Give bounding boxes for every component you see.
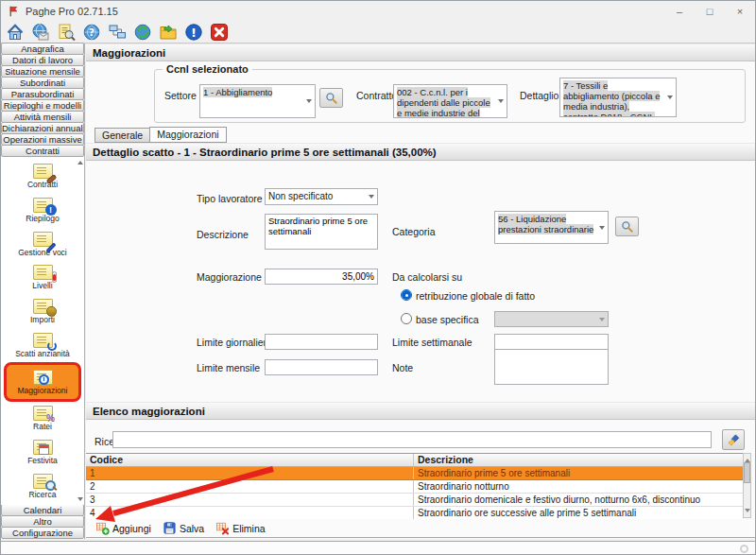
note-percent-icon bbox=[33, 406, 53, 421]
ricerca-input[interactable] bbox=[112, 431, 712, 448]
limite-giornaliero-input[interactable] bbox=[265, 334, 378, 350]
note-clock-icon-badge bbox=[39, 374, 49, 385]
folder-export-icon[interactable] bbox=[157, 22, 180, 43]
table-scrollbar[interactable] bbox=[743, 453, 751, 518]
note-thermo-icon bbox=[33, 265, 53, 280]
limite-settimanale-input[interactable] bbox=[494, 334, 609, 350]
dettaglio-value: 7 - Tessili e abbigliamento (piccola e m… bbox=[563, 80, 660, 117]
sidebar-item-label: Gestione voci bbox=[18, 248, 67, 257]
note-percent-icon-badge bbox=[45, 412, 57, 424]
maggiorazioni-table: Codice Descrizione 1Straordinario prime … bbox=[86, 453, 743, 518]
broom-icon bbox=[727, 433, 741, 447]
sidebar-item-importi[interactable]: Importi bbox=[4, 295, 81, 329]
sidebar-section-contratti[interactable]: Contratti bbox=[1, 145, 84, 157]
scrollbar-thumb[interactable] bbox=[744, 462, 750, 483]
tab-bar: GeneraleMaggiorazioni bbox=[94, 127, 226, 143]
elimina-button[interactable]: Elimina bbox=[214, 520, 266, 536]
note-hammer-icon bbox=[33, 164, 53, 179]
sidebar-section-dichiarazioni-annuali[interactable]: Dichiarazioni annuali bbox=[1, 122, 84, 134]
cell-descrizione: Straordinario ore successive alle prime … bbox=[414, 507, 743, 519]
sidebar-item-ratei[interactable]: Ratei bbox=[4, 402, 81, 436]
document-search-icon[interactable] bbox=[55, 22, 77, 43]
titlebar: Paghe Pro 02.71.15 – □ × bbox=[1, 1, 755, 21]
magnifier-icon bbox=[620, 219, 634, 234]
table-row[interactable]: 3Straordinario domenicale e festivo diur… bbox=[86, 494, 743, 507]
table-row[interactable]: 1Straordinario prime 5 ore settimanali bbox=[86, 467, 743, 480]
maggiorazione-input[interactable] bbox=[265, 269, 378, 285]
network-icon[interactable] bbox=[106, 22, 129, 43]
help-globe-icon[interactable] bbox=[80, 22, 103, 43]
categoria-combobox[interactable]: 56 - Liquidazione prestazioni straordina… bbox=[494, 211, 609, 244]
exit-icon[interactable] bbox=[208, 22, 231, 43]
categoria-search-button[interactable] bbox=[615, 217, 639, 236]
contratto-label: Contratto bbox=[356, 90, 397, 101]
note-search-icon bbox=[33, 474, 53, 489]
cell-codice: 4 bbox=[86, 507, 414, 519]
minimize-button[interactable]: – bbox=[664, 1, 695, 21]
tab-generale[interactable]: Generale bbox=[94, 128, 150, 143]
window-title: Paghe Pro 02.71.15 bbox=[26, 6, 118, 17]
sidebar-item-contratti[interactable]: Contratti bbox=[4, 160, 81, 194]
tipo-lavoratore-combobox[interactable]: Non specificato bbox=[265, 188, 378, 205]
sidebar-item-festivita[interactable]: Festivita bbox=[4, 436, 81, 470]
alert-icon[interactable] bbox=[182, 22, 205, 43]
descrizione-label: Descrizione bbox=[197, 229, 249, 240]
detail-section-title: Dettaglio scatto - 1 - Straordinario pri… bbox=[86, 143, 755, 161]
scroll-up-icon[interactable] bbox=[745, 456, 750, 462]
radio-base-specifica[interactable] bbox=[401, 313, 412, 324]
table-row[interactable]: 2Straordinario notturno bbox=[86, 480, 743, 494]
table-row[interactable]: 4Straordinario ore successive alle prime… bbox=[86, 507, 743, 519]
tipo-lavoratore-value: Non specificato bbox=[268, 191, 333, 201]
limite-mensile-input[interactable] bbox=[265, 359, 378, 375]
cell-codice: 2 bbox=[86, 480, 414, 493]
sidebar-item-maggiorazioni[interactable]: Maggiorazioni bbox=[4, 362, 81, 402]
note-refresh-icon-badge bbox=[47, 341, 57, 351]
sidebar-item-riepilogo[interactable]: Riepilogo bbox=[4, 194, 81, 228]
note-textarea[interactable] bbox=[494, 349, 609, 385]
note-search-icon-badge bbox=[45, 480, 57, 492]
web-mail-icon[interactable] bbox=[29, 22, 52, 43]
maximize-button[interactable]: □ bbox=[695, 1, 725, 21]
note-info-icon-badge bbox=[45, 204, 57, 216]
column-header-codice[interactable]: Codice bbox=[86, 454, 414, 466]
table-body: 1Straordinario prime 5 ore settimanali2S… bbox=[86, 467, 743, 519]
sidebar-item-gestione-voci[interactable]: Gestione voci bbox=[4, 227, 81, 261]
tab-maggiorazioni[interactable]: Maggiorazioni bbox=[149, 127, 226, 143]
note-thermo-icon-badge bbox=[52, 271, 57, 283]
column-header-descrizione[interactable]: Descrizione bbox=[414, 454, 743, 466]
sidebar-scroll-down-icon[interactable] bbox=[77, 497, 83, 504]
sidebar: AnagraficaDatori di lavoroSituazione men… bbox=[1, 43, 85, 539]
settore-value: 1 - Abbigliamento bbox=[203, 87, 272, 97]
chevron-down-icon bbox=[498, 99, 504, 106]
contratto-combobox[interactable]: 002 - C.c.n.l. per i dipendenti dalle pi… bbox=[393, 84, 507, 118]
scroll-down-icon[interactable] bbox=[745, 509, 750, 515]
elenco-section-title: Elenco maggiorazioni bbox=[86, 402, 755, 420]
cell-descrizione: Straordinario notturno bbox=[414, 480, 743, 493]
sidebar-items: ContrattiRiepilogoGestione vociLivelliIm… bbox=[1, 157, 84, 505]
sidebar-item-livelli[interactable]: Livelli bbox=[4, 261, 81, 295]
sidebar-section-operazioni-massive[interactable]: Operazioni massive bbox=[1, 133, 84, 146]
sidebar-section-situazione-mensile[interactable]: Situazione mensile bbox=[1, 65, 84, 78]
chevron-down-icon bbox=[369, 195, 374, 201]
settore-search-button[interactable] bbox=[319, 88, 343, 108]
close-button[interactable]: × bbox=[725, 1, 755, 21]
sync-icon[interactable] bbox=[131, 22, 154, 43]
dettaglio-combobox[interactable]: 7 - Tessili e abbigliamento (piccola e m… bbox=[559, 78, 677, 117]
salva-button[interactable]: Salva bbox=[161, 520, 206, 536]
sidebar-item-ricerca[interactable]: Ricerca bbox=[4, 469, 81, 503]
clear-search-button[interactable] bbox=[722, 429, 745, 450]
sidebar-section-riepiloghi-e-modelli[interactable]: Riepiloghi e modelli bbox=[1, 99, 84, 112]
settore-combobox[interactable]: 1 - Abbigliamento bbox=[199, 84, 316, 118]
radio-retribuzione-globale[interactable] bbox=[401, 289, 412, 301]
sidebar-item-scatti-anzianita[interactable]: Scatti anzianità bbox=[4, 329, 81, 363]
home-icon[interactable] bbox=[4, 22, 26, 43]
descrizione-textarea[interactable]: Straordinario prime 5 ore settimanali bbox=[265, 214, 378, 250]
sidebar-scroll-up-icon[interactable] bbox=[77, 158, 83, 165]
sidebar-section-parasubordinati[interactable]: Parasubordinati bbox=[1, 88, 84, 100]
sidebar-section-datori-di-lavoro[interactable]: Datori di lavoro bbox=[1, 54, 84, 66]
sidebar-section-configurazione[interactable]: Configurazione bbox=[1, 527, 84, 539]
aggiungi-button[interactable]: Aggiungi bbox=[94, 520, 153, 536]
page-title: Maggiorazioni bbox=[86, 43, 755, 61]
action-button-label: Aggiungi bbox=[112, 523, 151, 534]
chevron-down-icon bbox=[667, 95, 673, 102]
